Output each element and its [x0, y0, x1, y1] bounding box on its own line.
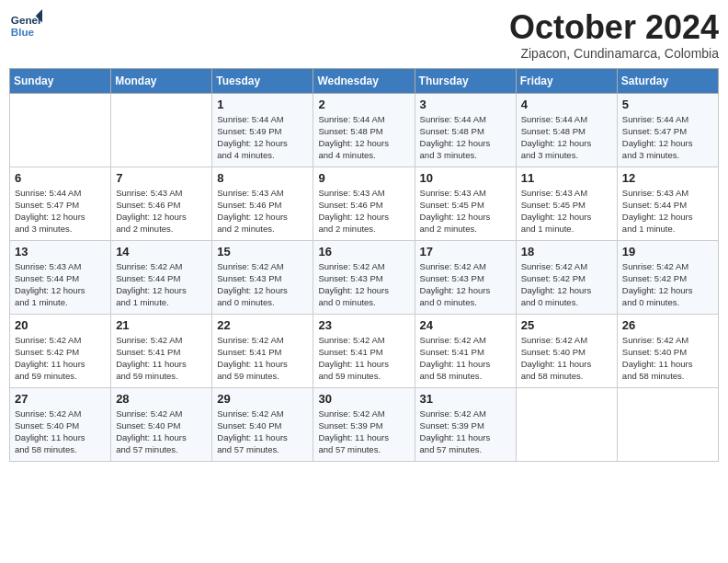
calendar-cell: 23Sunrise: 5:42 AM Sunset: 5:41 PM Dayli…	[313, 314, 415, 387]
cell-info: Sunrise: 5:43 AM Sunset: 5:46 PM Dayligh…	[217, 187, 308, 236]
calendar-cell: 31Sunrise: 5:42 AM Sunset: 5:39 PM Dayli…	[415, 387, 516, 461]
cell-info: Sunrise: 5:43 AM Sunset: 5:45 PM Dayligh…	[521, 187, 612, 236]
calendar-cell: 10Sunrise: 5:43 AM Sunset: 5:45 PM Dayli…	[415, 167, 516, 240]
day-number: 7	[116, 171, 207, 185]
title-area: October 2024 Zipacon, Cundinamarca, Colo…	[509, 9, 719, 61]
calendar-cell: 14Sunrise: 5:42 AM Sunset: 5:44 PM Dayli…	[111, 240, 212, 314]
day-number: 14	[116, 245, 207, 259]
calendar-week-row: 1Sunrise: 5:44 AM Sunset: 5:49 PM Daylig…	[10, 93, 719, 167]
day-number: 18	[521, 245, 612, 259]
day-number: 11	[521, 171, 612, 185]
day-number: 25	[521, 318, 612, 332]
calendar-cell: 9Sunrise: 5:43 AM Sunset: 5:46 PM Daylig…	[313, 167, 415, 240]
subtitle: Zipacon, Cundinamarca, Colombia	[509, 46, 719, 61]
calendar-cell	[10, 93, 111, 167]
cell-info: Sunrise: 5:42 AM Sunset: 5:41 PM Dayligh…	[217, 334, 308, 383]
day-number: 10	[420, 171, 511, 185]
cell-info: Sunrise: 5:42 AM Sunset: 5:42 PM Dayligh…	[15, 334, 106, 383]
calendar-week-row: 6Sunrise: 5:44 AM Sunset: 5:47 PM Daylig…	[10, 167, 719, 240]
day-number: 23	[318, 318, 409, 332]
cell-info: Sunrise: 5:42 AM Sunset: 5:41 PM Dayligh…	[420, 334, 511, 383]
cell-info: Sunrise: 5:42 AM Sunset: 5:41 PM Dayligh…	[318, 334, 409, 383]
calendar-cell: 2Sunrise: 5:44 AM Sunset: 5:48 PM Daylig…	[313, 93, 415, 167]
cell-info: Sunrise: 5:43 AM Sunset: 5:46 PM Dayligh…	[116, 187, 207, 236]
day-number: 8	[217, 171, 308, 185]
calendar-cell: 13Sunrise: 5:43 AM Sunset: 5:44 PM Dayli…	[10, 240, 111, 314]
day-number: 30	[318, 392, 409, 406]
calendar-cell: 26Sunrise: 5:42 AM Sunset: 5:40 PM Dayli…	[617, 314, 718, 387]
calendar-cell: 25Sunrise: 5:42 AM Sunset: 5:40 PM Dayli…	[516, 314, 617, 387]
day-number: 15	[217, 245, 308, 259]
cell-info: Sunrise: 5:42 AM Sunset: 5:42 PM Dayligh…	[521, 260, 612, 309]
calendar-cell: 1Sunrise: 5:44 AM Sunset: 5:49 PM Daylig…	[212, 93, 313, 167]
cell-info: Sunrise: 5:43 AM Sunset: 5:44 PM Dayligh…	[15, 260, 106, 309]
cell-info: Sunrise: 5:44 AM Sunset: 5:48 PM Dayligh…	[521, 113, 612, 162]
day-number: 26	[622, 318, 713, 332]
day-number: 21	[116, 318, 207, 332]
cell-info: Sunrise: 5:42 AM Sunset: 5:39 PM Dayligh…	[420, 408, 511, 456]
calendar-cell: 18Sunrise: 5:42 AM Sunset: 5:42 PM Dayli…	[516, 240, 617, 314]
cell-info: Sunrise: 5:44 AM Sunset: 5:48 PM Dayligh…	[318, 113, 409, 162]
cell-info: Sunrise: 5:42 AM Sunset: 5:39 PM Dayligh…	[318, 408, 409, 456]
calendar-cell: 15Sunrise: 5:42 AM Sunset: 5:43 PM Dayli…	[212, 240, 313, 314]
calendar-cell: 28Sunrise: 5:42 AM Sunset: 5:40 PM Dayli…	[111, 387, 212, 461]
day-number: 2	[318, 98, 409, 111]
calendar-cell: 22Sunrise: 5:42 AM Sunset: 5:41 PM Dayli…	[212, 314, 313, 387]
calendar-cell: 30Sunrise: 5:42 AM Sunset: 5:39 PM Dayli…	[313, 387, 415, 461]
day-number: 4	[521, 98, 612, 111]
cell-info: Sunrise: 5:42 AM Sunset: 5:40 PM Dayligh…	[521, 334, 612, 383]
day-number: 3	[420, 98, 511, 111]
calendar-cell: 17Sunrise: 5:42 AM Sunset: 5:43 PM Dayli…	[415, 240, 516, 314]
calendar-cell: 20Sunrise: 5:42 AM Sunset: 5:42 PM Dayli…	[10, 314, 111, 387]
header-wednesday: Wednesday	[313, 68, 415, 93]
cell-info: Sunrise: 5:43 AM Sunset: 5:46 PM Dayligh…	[318, 187, 409, 236]
calendar-cell	[516, 387, 617, 461]
day-number: 9	[318, 171, 409, 185]
calendar-cell	[617, 387, 718, 461]
calendar-cell: 27Sunrise: 5:42 AM Sunset: 5:40 PM Dayli…	[10, 387, 111, 461]
header-sunday: Sunday	[10, 68, 111, 93]
day-number: 20	[15, 318, 106, 332]
header-tuesday: Tuesday	[212, 68, 313, 93]
day-number: 24	[420, 318, 511, 332]
page-header: General Blue October 2024 Zipacon, Cundi…	[9, 9, 719, 61]
calendar-cell: 11Sunrise: 5:43 AM Sunset: 5:45 PM Dayli…	[516, 167, 617, 240]
svg-text:Blue: Blue	[11, 26, 35, 38]
header-friday: Friday	[516, 68, 617, 93]
cell-info: Sunrise: 5:44 AM Sunset: 5:47 PM Dayligh…	[622, 113, 713, 162]
cell-info: Sunrise: 5:43 AM Sunset: 5:44 PM Dayligh…	[622, 187, 713, 236]
calendar-cell: 5Sunrise: 5:44 AM Sunset: 5:47 PM Daylig…	[617, 93, 718, 167]
calendar-cell: 12Sunrise: 5:43 AM Sunset: 5:44 PM Dayli…	[617, 167, 718, 240]
cell-info: Sunrise: 5:44 AM Sunset: 5:47 PM Dayligh…	[15, 187, 106, 236]
day-number: 12	[622, 171, 713, 185]
cell-info: Sunrise: 5:42 AM Sunset: 5:42 PM Dayligh…	[622, 260, 713, 309]
cell-info: Sunrise: 5:42 AM Sunset: 5:40 PM Dayligh…	[622, 334, 713, 383]
header-saturday: Saturday	[617, 68, 718, 93]
day-number: 6	[15, 171, 106, 185]
cell-info: Sunrise: 5:42 AM Sunset: 5:44 PM Dayligh…	[116, 260, 207, 309]
cell-info: Sunrise: 5:44 AM Sunset: 5:49 PM Dayligh…	[217, 113, 308, 162]
day-number: 27	[15, 392, 106, 406]
logo-icon: General Blue	[9, 9, 42, 42]
day-number: 22	[217, 318, 308, 332]
calendar-cell: 3Sunrise: 5:44 AM Sunset: 5:48 PM Daylig…	[415, 93, 516, 167]
day-number: 5	[622, 98, 713, 111]
calendar-week-row: 27Sunrise: 5:42 AM Sunset: 5:40 PM Dayli…	[10, 387, 719, 461]
calendar-cell: 7Sunrise: 5:43 AM Sunset: 5:46 PM Daylig…	[111, 167, 212, 240]
day-number: 17	[420, 245, 511, 259]
day-number: 19	[622, 245, 713, 259]
calendar-cell: 21Sunrise: 5:42 AM Sunset: 5:41 PM Dayli…	[111, 314, 212, 387]
cell-info: Sunrise: 5:42 AM Sunset: 5:40 PM Dayligh…	[15, 408, 106, 456]
calendar-table: SundayMondayTuesdayWednesdayThursdayFrid…	[9, 68, 719, 462]
header-monday: Monday	[111, 68, 212, 93]
calendar-week-row: 13Sunrise: 5:43 AM Sunset: 5:44 PM Dayli…	[10, 240, 719, 314]
cell-info: Sunrise: 5:42 AM Sunset: 5:40 PM Dayligh…	[217, 408, 308, 456]
calendar-cell: 8Sunrise: 5:43 AM Sunset: 5:46 PM Daylig…	[212, 167, 313, 240]
day-number: 28	[116, 392, 207, 406]
calendar-cell: 29Sunrise: 5:42 AM Sunset: 5:40 PM Dayli…	[212, 387, 313, 461]
day-number: 31	[420, 392, 511, 406]
header-thursday: Thursday	[415, 68, 516, 93]
calendar-cell: 24Sunrise: 5:42 AM Sunset: 5:41 PM Dayli…	[415, 314, 516, 387]
cell-info: Sunrise: 5:42 AM Sunset: 5:43 PM Dayligh…	[217, 260, 308, 309]
cell-info: Sunrise: 5:42 AM Sunset: 5:40 PM Dayligh…	[116, 408, 207, 456]
